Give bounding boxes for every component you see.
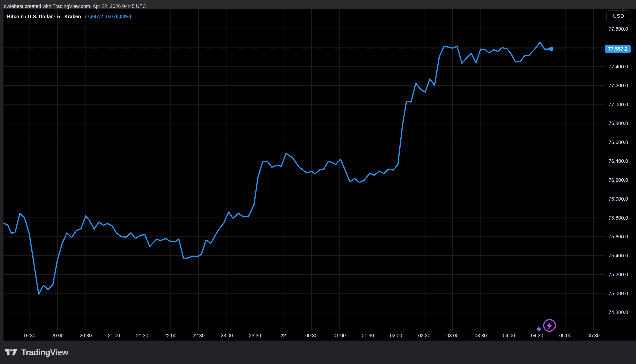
attribution-bar: owiebest created with TradingView.com, A…	[0, 0, 636, 9]
price-change-value: 0.0 (0.00%)	[106, 14, 131, 20]
time-tick-label: 21:30	[136, 332, 148, 338]
price-tick-label: 76,000.0	[608, 196, 628, 202]
time-tick-label: 19:30	[23, 332, 36, 338]
price-tick-label: 77,000.0	[608, 101, 628, 108]
currency-unit-button[interactable]: USD	[606, 10, 631, 21]
attribution-text: owiebest created with TradingView.com, A…	[4, 4, 146, 9]
last-price-value: 77,587.2	[84, 14, 103, 20]
time-tick-label: 04:00	[503, 332, 515, 338]
time-tick-label: 20:30	[80, 332, 92, 338]
price-tick-label: 75,000.0	[608, 290, 628, 296]
price-tick-label: 77,200.0	[608, 82, 628, 88]
time-tick-label: 05:00	[559, 332, 571, 338]
price-tick-label: 76,800.0	[608, 120, 628, 126]
symbol-title[interactable]: Bitcoin / U.S. Dollar · 5 · Kraken	[7, 14, 81, 20]
price-tick-label: 77,800.0	[608, 26, 628, 32]
price-tick-label: 75,800.0	[608, 215, 628, 221]
tradingview-brand-text: TradingView	[21, 348, 68, 357]
price-tick-label: 75,400.0	[608, 252, 628, 258]
price-tick-label: 76,600.0	[608, 139, 628, 145]
price-chart-canvas[interactable]	[0, 0, 636, 364]
time-tick-label: 01:30	[362, 332, 374, 338]
time-tick-label: 20:00	[51, 332, 64, 338]
time-axis[interactable]: 19:3020:0020:3021:0021:3022:0022:3023:00…	[0, 330, 604, 340]
time-tick-label: 23:00	[221, 332, 233, 338]
symbol-header: Bitcoin / U.S. Dollar · 5 · Kraken 77,58…	[7, 13, 131, 20]
price-tick-label: 76,200.0	[608, 177, 628, 183]
time-tick-label: 03:30	[475, 332, 487, 338]
left-gutter	[0, 9, 4, 340]
price-axis[interactable]: USD 77,800.077,400.077,200.077,000.076,8…	[605, 9, 636, 330]
tradingview-logo	[5, 349, 18, 356]
footer-bar	[0, 340, 636, 364]
time-tick-label-date: 22	[280, 332, 286, 338]
time-tick-label: 05:30	[587, 332, 600, 338]
time-tick-label: 01:00	[334, 332, 346, 338]
price-line-series	[4, 42, 551, 294]
time-tick-label: 21:00	[108, 332, 120, 338]
time-tick-label: 02:00	[390, 332, 402, 338]
price-tick-label: 77,400.0	[608, 64, 628, 70]
price-tick-label: 74,800.0	[608, 309, 628, 315]
time-tick-label: 23:30	[249, 332, 261, 338]
price-tick-label: 75,600.0	[608, 234, 628, 240]
time-tick-label: 02:30	[418, 332, 430, 338]
spark-lightning-icon[interactable]	[535, 316, 559, 335]
last-price-dot	[549, 47, 553, 51]
time-tick-label: 00:30	[305, 332, 318, 338]
price-tick-label: 76,400.0	[608, 158, 628, 164]
time-tick-label: 22:00	[164, 332, 177, 338]
tradingview-brand-link[interactable]: TradingView	[5, 348, 68, 357]
time-tick-label: 03:00	[446, 332, 459, 338]
price-tick-label: 75,200.0	[608, 272, 628, 278]
time-tick-label: 22:30	[193, 332, 205, 338]
current-price-badge: 77,587.2	[605, 45, 631, 53]
